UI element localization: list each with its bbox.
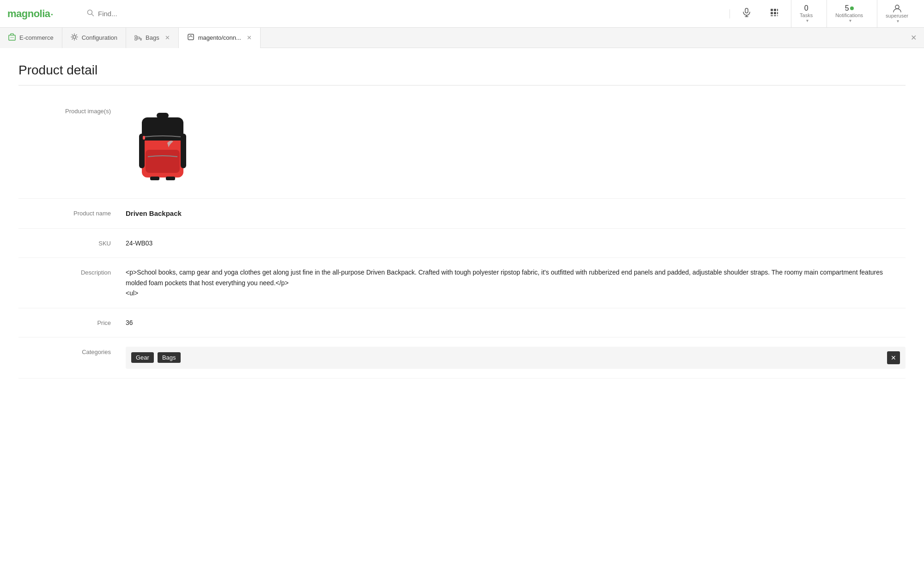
price-row: Price 36 [18, 308, 906, 337]
tab-magento-close[interactable]: ✕ [247, 35, 252, 41]
category-bags-tag[interactable]: Bags [158, 352, 181, 363]
product-images-row: Product image(s) [18, 97, 906, 199]
svg-rect-13 [777, 15, 778, 16]
product-image [133, 108, 193, 187]
tab-magento[interactable]: magento/conn... ✕ [179, 28, 261, 48]
svg-rect-15 [9, 35, 15, 40]
tab-ecommerce[interactable]: E-commerce [0, 28, 62, 48]
svg-rect-8 [771, 12, 773, 14]
tab-configuration-label: Configuration [82, 34, 117, 41]
notifications-chevron-icon: ▾ [849, 18, 851, 23]
logo: magnolia· [7, 7, 81, 20]
svg-rect-19 [135, 36, 137, 37]
tab-configuration[interactable]: Configuration [62, 28, 126, 48]
categories-label: Categories [18, 347, 111, 355]
tab-bags-label: Bags [146, 34, 159, 41]
tasks-button[interactable]: 0 Tasks ▾ [791, 0, 821, 28]
product-name-row: Product name Driven Backpack [18, 199, 906, 229]
description-value: <p>School books, camp gear and yoga clot… [126, 267, 906, 298]
notifications-label: Notifications [835, 12, 863, 18]
svg-rect-21 [138, 37, 140, 39]
description-row: Description <p>School books, camp gear a… [18, 258, 906, 308]
svg-rect-26 [188, 34, 194, 40]
product-image-container [126, 106, 200, 189]
sku-row: SKU 24-WB03 [18, 229, 906, 258]
config-tab-icon [71, 33, 78, 42]
price-label: Price [18, 318, 111, 326]
sku-value: 24-WB03 [126, 238, 906, 248]
svg-point-14 [895, 5, 899, 9]
search-input[interactable] [98, 10, 722, 18]
notifications-count: 5 [845, 4, 849, 12]
svg-rect-32 [181, 134, 186, 168]
svg-rect-9 [774, 12, 776, 14]
svg-rect-7 [777, 9, 778, 11]
grid-icon[interactable] [763, 8, 785, 19]
svg-rect-2 [745, 8, 748, 13]
tasks-count: 0 [804, 4, 808, 12]
svg-rect-34 [143, 136, 145, 140]
topbar: magnolia· [0, 0, 924, 28]
main-content: Product detail Product image(s) [0, 48, 924, 393]
svg-rect-29 [142, 134, 183, 141]
page-title: Product detail [18, 63, 906, 86]
price-value: 36 [126, 318, 906, 328]
svg-point-18 [73, 36, 76, 38]
svg-point-17 [12, 37, 13, 38]
svg-rect-33 [146, 150, 180, 173]
tab-ecommerce-label: E-commerce [19, 34, 54, 41]
categories-field: Gear Bags ✕ [126, 347, 906, 369]
tab-bags-close[interactable]: ✕ [165, 35, 170, 41]
svg-rect-22 [140, 38, 141, 40]
user-icon [893, 4, 902, 13]
user-name: superuser [886, 13, 908, 18]
svg-rect-10 [777, 12, 778, 14]
svg-rect-30 [157, 113, 169, 118]
svg-point-16 [11, 37, 12, 38]
search-icon [87, 9, 94, 18]
category-gear-tag[interactable]: Gear [131, 352, 154, 363]
svg-rect-20 [135, 38, 137, 40]
close-all-tabs-button[interactable]: ✕ [903, 33, 924, 42]
ecommerce-tab-icon [8, 33, 16, 42]
product-images-label: Product image(s) [18, 106, 111, 115]
product-name-label: Product name [18, 208, 111, 217]
magento-tab-icon [187, 33, 195, 42]
tab-bags[interactable]: Bags ✕ [126, 28, 179, 48]
mic-icon[interactable] [736, 8, 758, 19]
svg-line-1 [92, 14, 94, 16]
tabbar: E-commerce Configuration Bags ✕ [0, 28, 924, 48]
svg-rect-6 [774, 9, 776, 11]
logo-text: magnolia [7, 8, 50, 20]
notifications-button[interactable]: 5 Notifications ▾ [827, 0, 871, 28]
search-area [87, 9, 730, 18]
svg-rect-5 [771, 9, 773, 11]
categories-remove-button[interactable]: ✕ [887, 351, 900, 364]
description-label: Description [18, 267, 111, 276]
user-chevron-icon: ▾ [897, 18, 899, 24]
svg-rect-36 [166, 177, 175, 180]
tasks-chevron-icon: ▾ [806, 18, 808, 23]
product-detail-form: Product image(s) [18, 97, 906, 379]
product-images-value [126, 106, 906, 189]
notifications-count-row: 5 [845, 4, 854, 12]
notification-dot [850, 6, 854, 10]
user-button[interactable]: superuser ▾ [877, 0, 917, 28]
svg-rect-11 [771, 15, 773, 16]
logo-symbol: · [50, 7, 54, 20]
categories-row: Categories Gear Bags ✕ [18, 337, 906, 379]
bags-tab-icon [134, 33, 142, 42]
svg-rect-35 [150, 177, 159, 180]
svg-rect-12 [774, 15, 776, 16]
tab-magento-label: magento/conn... [198, 34, 241, 41]
product-name-value: Driven Backpack [126, 208, 906, 219]
sku-label: SKU [18, 238, 111, 247]
tasks-label: Tasks [800, 12, 813, 18]
